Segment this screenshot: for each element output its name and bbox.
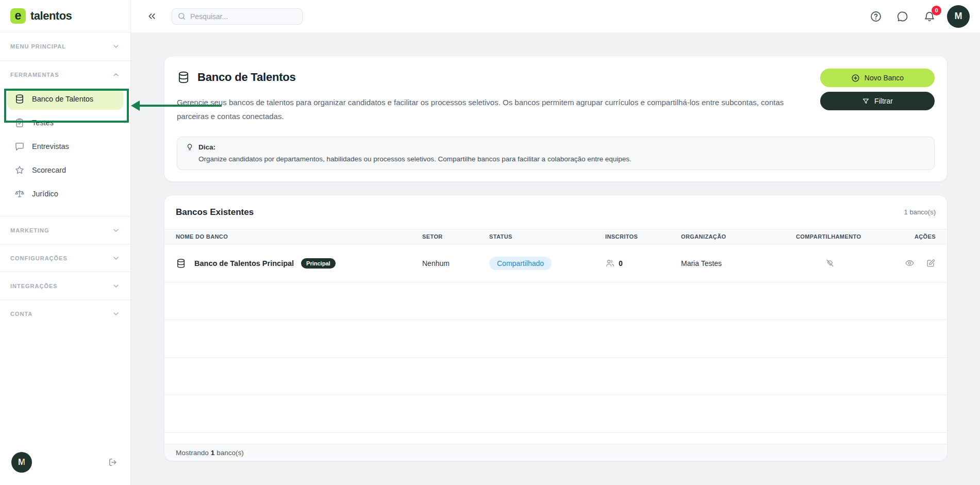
clipboard-check-icon <box>14 118 25 128</box>
brand-logo[interactable]: e talentos <box>0 0 130 32</box>
sidebar-item-juridico[interactable]: Jurídico <box>7 183 123 205</box>
table-empty-row <box>164 395 947 433</box>
logout-icon[interactable] <box>108 457 118 467</box>
sidebar-item-label: Jurídico <box>32 190 58 198</box>
table-empty-row <box>164 282 947 320</box>
brand-name: talentos <box>30 9 72 23</box>
brand-logo-icon: e <box>10 8 26 24</box>
chevron-up-icon <box>112 71 120 79</box>
section-label: INTEGRAÇÕES <box>10 283 58 289</box>
setor-value: Nenhum <box>422 259 489 267</box>
search-icon <box>177 12 186 21</box>
column-header: INSCRITOS <box>605 233 681 240</box>
table-empty-row <box>164 320 947 358</box>
page-header-card: Banco de Talentos Gerencie seus bancos d… <box>164 56 948 182</box>
sidebar: e talentos MENU PRINCIPAL FERRAMENTAS Ba… <box>0 0 131 485</box>
tip-title: Dica: <box>198 143 215 151</box>
plus-circle-icon <box>851 74 860 82</box>
banks-table-card: Bancos Existentes 1 banco(s) NOME DO BAN… <box>164 195 948 461</box>
user-avatar[interactable]: M <box>947 5 970 28</box>
page-description: Gerencie seus bancos de talentos para or… <box>177 95 803 123</box>
view-icon[interactable] <box>905 258 915 268</box>
sidebar-item-label: Testes <box>32 119 54 127</box>
database-icon <box>177 71 190 84</box>
section-label: FERRAMENTAS <box>10 72 59 78</box>
database-icon <box>176 258 186 269</box>
table-row[interactable]: Banco de Talentos Principal Principal Ne… <box>164 244 947 282</box>
sidebar-item-testes[interactable]: Testes <box>7 112 123 133</box>
column-header: STATUS <box>489 233 605 240</box>
scales-icon <box>14 189 25 199</box>
share-off-icon <box>825 258 835 268</box>
sidebar-section-menu-principal[interactable]: MENU PRINCIPAL <box>0 32 130 60</box>
sidebar-item-scorecard[interactable]: Scorecard <box>7 159 123 181</box>
page-title: Banco de Talentos <box>197 71 296 84</box>
chevron-down-icon <box>112 282 120 290</box>
sidebar-item-label: Banco de Talentos <box>32 95 93 103</box>
edit-icon[interactable] <box>926 258 936 268</box>
chat-bubble-icon <box>14 141 25 152</box>
table-count: 1 banco(s) <box>904 208 936 216</box>
table-footer: Mostrando 1 banco(s) <box>164 444 947 461</box>
chevron-down-icon <box>112 254 120 262</box>
notification-badge: 0 <box>932 6 941 15</box>
column-header: SETOR <box>422 233 489 240</box>
section-label: MARKETING <box>10 227 49 233</box>
principal-badge: Principal <box>301 258 335 269</box>
lightbulb-icon <box>186 143 194 151</box>
search-input[interactable] <box>190 12 297 21</box>
sidebar-section-marketing[interactable]: MARKETING <box>0 216 130 244</box>
tip-box: Dica: Organize candidatos por departamen… <box>177 137 935 170</box>
sidebar-section-ferramentas[interactable]: FERRAMENTAS <box>0 60 130 88</box>
novo-banco-button[interactable]: Novo Banco <box>820 69 935 87</box>
filtrar-button[interactable]: Filtrar <box>820 92 935 110</box>
table-header-row: NOME DO BANCO SETOR STATUS INSCRITOS ORG… <box>164 229 947 244</box>
section-label: MENU PRINCIPAL <box>10 43 66 49</box>
section-label: CONFIGURAÇÕES <box>10 255 68 261</box>
table-empty-row <box>164 358 947 395</box>
footer-count: 1 <box>211 449 215 457</box>
star-icon <box>14 165 25 175</box>
chat-icon[interactable] <box>896 10 909 23</box>
section-label: CONTA <box>10 311 32 317</box>
chevron-down-icon <box>112 310 120 318</box>
sidebar-item-banco-de-talentos[interactable]: Banco de Talentos <box>7 88 123 110</box>
status-badge: Compartilhado <box>489 257 552 270</box>
filter-funnel-icon <box>862 97 870 105</box>
topbar: 0 M <box>131 0 980 32</box>
user-avatar[interactable]: M <box>11 452 32 473</box>
avatar-initial: M <box>955 11 962 22</box>
sidebar-section-integracoes[interactable]: INTEGRAÇÕES <box>0 272 130 299</box>
inscritos-count: 0 <box>619 259 623 267</box>
collapse-sidebar-icon[interactable] <box>146 11 157 22</box>
column-header: NOME DO BANCO <box>176 233 422 240</box>
bank-name: Banco de Talentos Principal <box>194 259 294 267</box>
sidebar-section-configuracoes[interactable]: CONFIGURAÇÕES <box>0 244 130 272</box>
column-header: COMPARTILHAMENTO <box>796 233 863 240</box>
sidebar-item-label: Scorecard <box>32 166 66 174</box>
tip-text: Organize candidatos por departamentos, h… <box>198 155 926 163</box>
table-title: Bancos Existentes <box>176 207 254 218</box>
bell-icon[interactable]: 0 <box>923 10 936 23</box>
organizacao-value: Maria Testes <box>681 259 796 267</box>
database-icon <box>14 94 25 104</box>
column-header: ORGANIZAÇÃO <box>681 233 796 240</box>
main-content: Banco de Talentos Gerencie seus bancos d… <box>131 32 980 485</box>
help-icon[interactable] <box>870 10 882 23</box>
sidebar-item-label: Entrevistas <box>32 142 69 150</box>
chevron-down-icon <box>112 226 120 235</box>
sidebar-item-entrevistas[interactable]: Entrevistas <box>7 136 123 157</box>
avatar-initial: M <box>18 457 25 467</box>
chevron-down-icon <box>112 42 120 51</box>
users-icon <box>605 258 615 268</box>
sidebar-section-conta[interactable]: CONTA <box>0 299 130 327</box>
search-box <box>172 8 303 25</box>
column-header: AÇÕES <box>863 233 936 240</box>
